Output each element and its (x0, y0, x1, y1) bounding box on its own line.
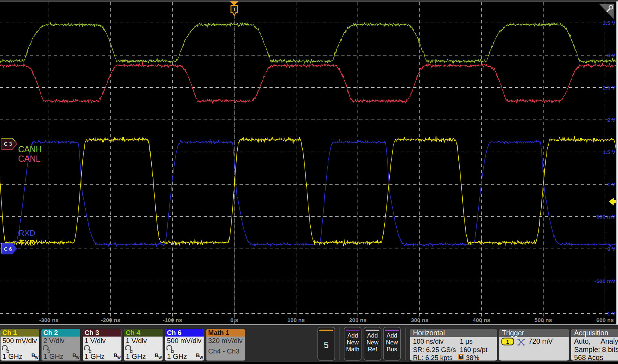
svg-text:1 µs: 1 µs (460, 338, 472, 345)
svg-text:Ch 1: Ch 1 (3, 329, 17, 336)
svg-text:Math: Math (346, 346, 360, 352)
svg-text:2.5 V: 2.5 V (603, 84, 615, 91)
svg-text:Bus: Bus (387, 346, 397, 352)
svg-text:500 ns: 500 ns (535, 317, 552, 323)
svg-text:500 mV: 500 mV (596, 214, 615, 220)
svg-text:-500 mV: -500 mV (594, 278, 615, 284)
svg-text:Sample: 8 bits: Sample: 8 bits (574, 346, 618, 353)
svg-text:TXD: TXD (19, 238, 35, 247)
svg-text:1.5 V: 1.5 V (603, 149, 615, 155)
svg-text:1 GHz: 1 GHz (85, 352, 105, 360)
svg-text:B: B (114, 352, 117, 358)
svg-text:-100 ns: -100 ns (163, 317, 182, 323)
svg-text:5: 5 (324, 340, 328, 350)
svg-text:500 mV/div: 500 mV/div (3, 337, 37, 344)
svg-text:W: W (35, 356, 39, 360)
svg-text:RL: 6.25 kpts: RL: 6.25 kpts (413, 354, 453, 361)
svg-text:1 V/div: 1 V/div (85, 337, 106, 344)
svg-text:320 mV/div: 320 mV/div (208, 337, 243, 344)
svg-text:RXD: RXD (19, 228, 35, 237)
svg-text:1 GHz: 1 GHz (126, 352, 146, 360)
svg-text:B: B (73, 352, 76, 358)
svg-text:0 V: 0 V (607, 246, 615, 252)
svg-text:C 3: C 3 (4, 141, 12, 147)
svg-text:1: 1 (506, 339, 509, 345)
svg-text:1 GHz: 1 GHz (167, 352, 187, 360)
svg-text:Ch4 - Ch3: Ch4 - Ch3 (208, 347, 240, 355)
svg-text:Ch 4: Ch 4 (126, 329, 141, 336)
svg-text:Trigger: Trigger (502, 329, 525, 337)
svg-text:B: B (155, 352, 159, 358)
svg-text:Add: Add (347, 332, 358, 339)
svg-text:B: B (32, 352, 35, 358)
svg-text:-1 V: -1 V (605, 310, 615, 317)
svg-text:SR: 6.25 GS/s: SR: 6.25 GS/s (413, 346, 456, 353)
svg-text:1 V: 1 V (607, 181, 615, 187)
svg-text:New: New (367, 339, 378, 346)
svg-text:3.5 V: 3.5 V (603, 20, 615, 26)
svg-text:500 mV/div: 500 mV/div (167, 337, 202, 344)
svg-text:2 V/div: 2 V/div (44, 337, 65, 344)
svg-text:W: W (159, 356, 162, 360)
svg-text:160 ps/pt: 160 ps/pt (460, 346, 487, 353)
svg-text:New: New (347, 339, 359, 346)
svg-text:200 ns: 200 ns (349, 317, 367, 323)
svg-text:0 s: 0 s (230, 317, 238, 323)
svg-text:Analy: Analy (601, 337, 618, 345)
svg-text:2 V: 2 V (607, 117, 615, 123)
svg-text:1 GHz: 1 GHz (44, 352, 64, 360)
svg-text:Add: Add (386, 332, 397, 339)
svg-text:CANL: CANL (18, 154, 41, 164)
svg-text:600 ns: 600 ns (596, 317, 614, 323)
svg-text:100 ns/div: 100 ns/div (413, 338, 444, 345)
svg-text:720 mV: 720 mV (528, 337, 553, 345)
svg-text:Ch 2: Ch 2 (44, 329, 58, 336)
svg-text:Auto,: Auto, (574, 337, 591, 345)
svg-text:Horizontal: Horizontal (413, 329, 445, 337)
svg-text:CANH: CANH (18, 145, 42, 154)
svg-text:Add: Add (367, 332, 378, 339)
svg-text:300 ns: 300 ns (411, 317, 428, 323)
svg-text:Acquisition: Acquisition (574, 329, 608, 337)
svg-text:B: B (196, 352, 200, 358)
svg-text:Math 1: Math 1 (208, 329, 230, 336)
svg-text:W: W (76, 356, 80, 360)
svg-text:C 6: C 6 (4, 246, 12, 252)
svg-text:-200 ns: -200 ns (101, 317, 120, 323)
svg-text:568 Acqs: 568 Acqs (574, 353, 603, 361)
svg-text:100 ns: 100 ns (287, 317, 305, 323)
svg-text:400 ns: 400 ns (473, 317, 490, 323)
svg-text:T: T (233, 6, 236, 12)
svg-text:Ref: Ref (368, 346, 377, 352)
svg-text:3 V: 3 V (607, 52, 615, 58)
svg-text:New: New (386, 339, 398, 346)
svg-text:Ch 3: Ch 3 (85, 329, 99, 336)
svg-text:T: T (460, 355, 462, 359)
svg-text:Ch 6: Ch 6 (167, 329, 181, 336)
svg-text:1 GHz: 1 GHz (3, 352, 22, 360)
svg-text:-300 ns: -300 ns (39, 317, 58, 323)
svg-text:38%: 38% (466, 354, 479, 361)
svg-text:1 V/div: 1 V/div (126, 337, 147, 344)
svg-text:W: W (117, 356, 121, 360)
svg-text:W: W (200, 356, 203, 360)
